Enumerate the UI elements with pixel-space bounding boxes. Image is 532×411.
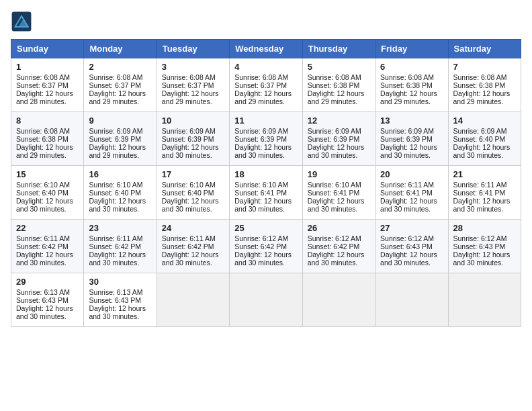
day-number: 13 [380,116,443,126]
sunrise-label: Sunrise: 6:08 AM [234,73,288,81]
calendar-cell: 26 Sunrise: 6:12 AM Sunset: 6:42 PM Dayl… [302,220,375,273]
sunrise-label: Sunrise: 6:10 AM [16,181,70,189]
sunrise-label: Sunrise: 6:09 AM [453,127,507,135]
day-number: 14 [453,116,516,126]
weekday-header: Thursday [302,40,375,58]
calendar-cell: 25 Sunrise: 6:12 AM Sunset: 6:42 PM Dayl… [230,220,302,273]
daylight-label: Daylight: 12 hours and 30 minutes. [234,143,292,159]
sunset-label: Sunset: 6:39 PM [162,135,214,143]
calendar-cell: 7 Sunrise: 6:08 AM Sunset: 6:38 PM Dayli… [448,58,521,112]
daylight-label: Daylight: 12 hours and 30 minutes. [89,304,146,320]
calendar-week-row: 15 Sunrise: 6:10 AM Sunset: 6:40 PM Dayl… [11,166,521,220]
sunset-label: Sunset: 6:41 PM [308,189,360,197]
calendar-cell: 12 Sunrise: 6:09 AM Sunset: 6:39 PM Dayl… [302,112,375,166]
calendar-cell: 4 Sunrise: 6:08 AM Sunset: 6:37 PM Dayli… [230,58,302,112]
daylight-label: Daylight: 12 hours and 30 minutes. [380,143,437,159]
calendar-cell: 20 Sunrise: 6:11 AM Sunset: 6:41 PM Dayl… [375,166,448,220]
daylight-label: Daylight: 12 hours and 30 minutes. [234,197,292,213]
daylight-label: Daylight: 12 hours and 29 minutes. [16,143,73,159]
calendar-cell: 27 Sunrise: 6:12 AM Sunset: 6:43 PM Dayl… [375,220,448,273]
calendar-cell: 29 Sunrise: 6:13 AM Sunset: 6:43 PM Dayl… [11,273,84,327]
weekday-header: Saturday [448,40,521,58]
day-number: 22 [16,223,79,233]
sunrise-label: Sunrise: 6:09 AM [89,127,142,135]
sunrise-label: Sunrise: 6:08 AM [380,73,434,81]
sunrise-label: Sunrise: 6:10 AM [234,181,288,189]
sunrise-label: Sunrise: 6:12 AM [380,234,434,242]
sunrise-label: Sunrise: 6:11 AM [162,234,216,242]
daylight-label: Daylight: 12 hours and 29 minutes. [234,89,292,105]
calendar-cell: 22 Sunrise: 6:11 AM Sunset: 6:42 PM Dayl… [11,220,84,273]
sunrise-label: Sunrise: 6:08 AM [89,73,142,81]
day-number: 10 [162,116,224,126]
calendar-cell [230,273,302,327]
daylight-label: Daylight: 12 hours and 30 minutes. [16,304,73,320]
daylight-label: Daylight: 12 hours and 30 minutes. [16,250,73,267]
sunrise-label: Sunrise: 6:12 AM [234,234,288,242]
day-number: 20 [380,169,443,179]
day-number: 7 [453,62,516,72]
sunset-label: Sunset: 6:42 PM [234,242,287,250]
day-number: 21 [453,169,516,179]
sunset-label: Sunset: 6:38 PM [16,135,69,143]
calendar-cell: 10 Sunrise: 6:09 AM Sunset: 6:39 PM Dayl… [157,112,229,166]
day-number: 4 [234,62,297,72]
svg-rect-0 [12,12,32,32]
logo-icon [11,11,32,32]
calendar-cell: 1 Sunrise: 6:08 AM Sunset: 6:37 PM Dayli… [11,58,84,112]
calendar-cell: 30 Sunrise: 6:13 AM Sunset: 6:43 PM Dayl… [84,273,157,327]
calendar-cell: 9 Sunrise: 6:09 AM Sunset: 6:39 PM Dayli… [84,112,157,166]
sunset-label: Sunset: 6:42 PM [16,242,69,250]
day-number: 15 [16,169,79,179]
daylight-label: Daylight: 12 hours and 30 minutes. [380,197,437,213]
sunset-label: Sunset: 6:43 PM [453,242,506,250]
day-number: 27 [380,223,443,233]
calendar-cell: 28 Sunrise: 6:12 AM Sunset: 6:43 PM Dayl… [448,220,521,273]
day-number: 29 [16,277,79,287]
weekday-header: Sunday [11,40,84,58]
sunset-label: Sunset: 6:43 PM [16,296,69,304]
daylight-label: Daylight: 12 hours and 30 minutes. [380,250,437,267]
sunset-label: Sunset: 6:38 PM [453,81,506,89]
calendar-cell: 21 Sunrise: 6:11 AM Sunset: 6:41 PM Dayl… [448,166,521,220]
weekday-header: Friday [375,40,448,58]
day-number: 26 [308,223,370,233]
sunrise-label: Sunrise: 6:08 AM [453,73,507,81]
calendar-cell [302,273,375,327]
sunrise-label: Sunrise: 6:09 AM [234,127,288,135]
calendar-week-row: 22 Sunrise: 6:11 AM Sunset: 6:42 PM Dayl… [11,220,521,273]
sunset-label: Sunset: 6:38 PM [380,81,433,89]
sunrise-label: Sunrise: 6:11 AM [89,234,142,242]
calendar-cell: 2 Sunrise: 6:08 AM Sunset: 6:37 PM Dayli… [84,58,157,112]
calendar-cell [448,273,521,327]
sunset-label: Sunset: 6:37 PM [234,81,287,89]
daylight-label: Daylight: 12 hours and 30 minutes. [308,143,365,159]
day-number: 11 [234,116,297,126]
sunrise-label: Sunrise: 6:10 AM [308,181,361,189]
sunset-label: Sunset: 6:38 PM [308,81,360,89]
day-number: 17 [162,169,224,179]
sunrise-label: Sunrise: 6:10 AM [89,181,142,189]
daylight-label: Daylight: 12 hours and 30 minutes. [453,143,511,159]
daylight-label: Daylight: 12 hours and 30 minutes. [162,143,219,159]
day-number: 2 [89,62,151,72]
daylight-label: Daylight: 12 hours and 28 minutes. [16,89,73,105]
day-number: 1 [16,62,79,72]
sunset-label: Sunset: 6:42 PM [162,242,214,250]
calendar-cell [157,273,229,327]
weekday-header: Monday [84,40,157,58]
day-number: 25 [234,223,297,233]
sunrise-label: Sunrise: 6:09 AM [308,127,361,135]
day-number: 28 [453,223,516,233]
daylight-label: Daylight: 12 hours and 30 minutes. [234,250,292,267]
day-number: 9 [89,116,151,126]
sunset-label: Sunset: 6:41 PM [453,189,506,197]
sunrise-label: Sunrise: 6:11 AM [453,181,507,189]
day-number: 8 [16,116,79,126]
day-number: 24 [162,223,224,233]
calendar-cell [375,273,448,327]
sunrise-label: Sunrise: 6:08 AM [16,127,70,135]
day-number: 12 [308,116,370,126]
calendar-cell: 16 Sunrise: 6:10 AM Sunset: 6:40 PM Dayl… [84,166,157,220]
weekday-header: Tuesday [157,40,229,58]
